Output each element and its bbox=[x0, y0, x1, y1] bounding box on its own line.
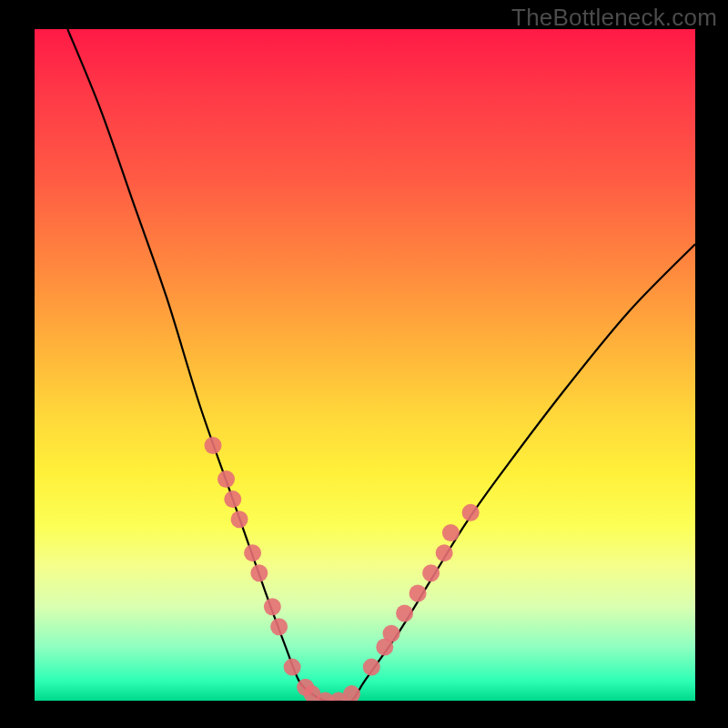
data-marker bbox=[436, 544, 453, 561]
data-marker bbox=[224, 490, 241, 508]
curve-line bbox=[67, 29, 695, 701]
curve-svg bbox=[35, 29, 695, 701]
data-marker bbox=[270, 618, 288, 635]
attribution-label: TheBottleneck.com bbox=[511, 4, 717, 32]
data-marker bbox=[363, 659, 380, 676]
chart-frame: TheBottleneck.com bbox=[0, 0, 728, 728]
data-marker bbox=[284, 659, 301, 676]
data-marker bbox=[250, 564, 268, 581]
data-marker bbox=[396, 605, 413, 622]
data-marker bbox=[422, 564, 440, 581]
data-marker bbox=[343, 685, 360, 701]
data-marker bbox=[410, 584, 427, 602]
data-marker bbox=[244, 544, 261, 561]
data-marker bbox=[264, 598, 281, 615]
plot-area bbox=[35, 29, 695, 701]
marker-group bbox=[205, 437, 480, 701]
data-marker bbox=[217, 470, 235, 488]
data-marker bbox=[231, 511, 248, 528]
data-marker bbox=[383, 625, 400, 642]
data-marker bbox=[205, 437, 222, 454]
data-marker bbox=[442, 524, 460, 541]
data-marker bbox=[462, 504, 480, 521]
bottleneck-curve bbox=[67, 29, 695, 701]
